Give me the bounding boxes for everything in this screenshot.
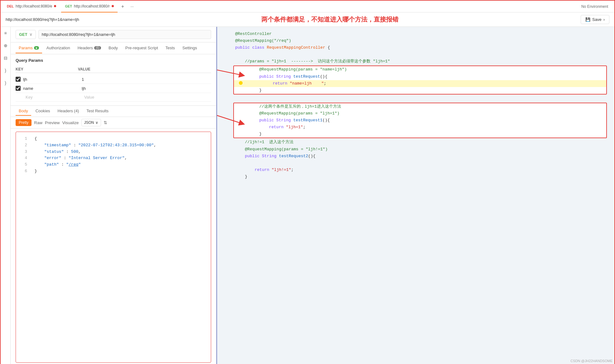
code-content-4 <box>234 51 611 58</box>
visualize-button[interactable]: Visualize <box>62 120 79 125</box>
sidebar-icon-2[interactable]: ⊕ <box>2 42 9 49</box>
tab-headers[interactable]: Headers (6) <box>75 43 104 53</box>
sort-icon[interactable]: ⇅ <box>104 120 107 125</box>
code-content-16: //ljh!=1 进入这个方法 <box>234 139 611 146</box>
body-tab-body-label: Body <box>19 109 28 113</box>
tab-prerequest[interactable]: Pre-request Script <box>122 43 161 53</box>
code-line-11: //这两个条件是互斥的，ljh=1进入这个方法 <box>234 103 606 110</box>
sidebar-icon-3[interactable]: ⊟ <box>2 54 9 62</box>
code-content-13: public String testRequest1(){ <box>248 117 605 124</box>
line-gutter-8 <box>243 80 252 81</box>
request-sub-tabs: Params ● Authorization Headers (6) Body … <box>11 42 216 54</box>
json-key-error: "error" <box>35 156 61 160</box>
param-checkbox-ljh[interactable] <box>16 77 21 82</box>
json-val-path: "/req" <box>66 162 81 167</box>
code-content-3: public class RequestMappingController { <box>234 44 611 51</box>
sidebar-icon-4[interactable]: ) <box>2 67 9 74</box>
raw-button[interactable]: Raw <box>34 120 42 125</box>
code-line-12: @RequestMapping(params = "ljh=1") <box>234 110 606 117</box>
json-line-6: 6 } <box>21 168 206 175</box>
tab-authorization-label: Authorization <box>46 46 70 50</box>
more-tabs-button[interactable]: ··· <box>128 4 136 9</box>
line-gutter-15 <box>239 131 248 131</box>
param-value-name: ljh <box>82 86 211 91</box>
save-label: Save <box>592 17 602 22</box>
line-num-3: 3 <box>21 149 27 155</box>
json-val-status: 500 <box>71 149 78 154</box>
query-params-section: Query Params KEY VALUE ljh 1 name ljh <box>11 54 216 105</box>
tab-settings[interactable]: Settings <box>179 43 200 53</box>
body-tab-test-results[interactable]: Test Results <box>83 107 112 116</box>
body-tabs: Body Cookies Headers (4) Test Results <box>11 106 216 117</box>
param-value-placeholder[interactable]: Value <box>84 95 211 99</box>
param-checkbox-name[interactable] <box>16 86 21 91</box>
json-comma-2: , <box>78 149 81 154</box>
json-key-status: "status" <box>35 149 64 154</box>
del-tab-dot <box>54 5 56 7</box>
line-gutter-13 <box>239 117 248 118</box>
body-tab-test-results-label: Test Results <box>86 109 109 113</box>
method-value: GET <box>19 32 27 37</box>
line-gutter-20 <box>225 167 234 167</box>
request-url-input[interactable] <box>38 30 211 39</box>
save-button[interactable]: 💾 Save › <box>581 15 609 24</box>
tab-tests-label: Tests <box>166 46 175 50</box>
json-line-2: 2 "timestamp" : "2022-07-12T02:43:28.315… <box>21 142 206 149</box>
main-layout: ≡ ⊕ ⊟ ) ) GET ∨ Params ● Authorization H… <box>1 27 614 364</box>
body-tab-body[interactable]: Body <box>16 107 31 116</box>
body-tab-cookies[interactable]: Cookies <box>32 107 53 116</box>
line-gutter-16 <box>225 139 234 139</box>
json-format-select[interactable]: JSON ∨ <box>81 119 101 126</box>
del-tab-url: http://localhost:8080/e <box>16 4 52 8</box>
format-bar: Pretty Raw Preview Visualize JSON ∨ ⇅ <box>11 117 216 129</box>
tab-body[interactable]: Body <box>105 43 121 53</box>
param-value-ljh: 1 <box>82 77 211 82</box>
sidebar-icon-5[interactable]: ) <box>2 79 9 87</box>
line-num-5: 5 <box>21 162 27 168</box>
pretty-button[interactable]: Pretty <box>16 119 31 126</box>
left-panel: GET ∨ Params ● Authorization Headers (6)… <box>11 27 216 364</box>
json-colon-2: : <box>66 149 71 154</box>
preview-button[interactable]: Preview <box>45 120 60 125</box>
right-panel: @RestController @RequestMapping("/req") … <box>216 27 614 364</box>
json-brace-close: } <box>35 169 37 173</box>
line-gutter-12 <box>239 110 248 111</box>
sidebar-icon-1[interactable]: ≡ <box>2 29 9 37</box>
no-environment-label[interactable]: No Environment <box>578 4 612 9</box>
tab-authorization[interactable]: Authorization <box>43 43 73 53</box>
line-gutter-1 <box>225 31 234 31</box>
response-body: 1 { 2 "timestamp" : "2022-07-12T02:43:28… <box>16 132 211 363</box>
tab-params[interactable]: Params ● <box>16 43 42 53</box>
line-gutter-21 <box>225 173 234 174</box>
line-gutter-14 <box>239 124 248 124</box>
json-key-timestamp: "timestamp" <box>35 143 71 148</box>
body-section: Body Cookies Headers (4) Test Results Pr… <box>11 105 216 364</box>
query-params-title: Query Params <box>16 58 211 63</box>
value-header: VALUE <box>78 67 211 71</box>
json-colon-3: : <box>64 156 69 160</box>
code-content-15: } <box>248 131 605 138</box>
code-content-17: @RequestMapping(params = "ljh!=1") <box>234 146 611 153</box>
line-gutter-6 <box>239 66 248 67</box>
code-content-20: return "ljh!=1"; <box>234 167 611 173</box>
code-line-5: //params = "ljh=1 --------> 访问这个方法必须带这个参… <box>220 58 612 65</box>
code-content-1: @RestController <box>234 31 611 37</box>
code-line-20: return "ljh!=1"; <box>220 167 612 173</box>
code-content-12: @RequestMapping(params = "ljh=1") <box>248 110 605 117</box>
add-tab-button[interactable]: + <box>119 4 127 9</box>
json-line-4: 4 "error" : "Internal Server Error", <box>21 155 206 162</box>
json-colon-1: : <box>74 143 79 148</box>
body-tab-headers[interactable]: Headers (4) <box>55 107 82 116</box>
line-gutter-17 <box>225 146 234 147</box>
tab-del[interactable]: DEL http://localhost:8080/e <box>3 1 60 12</box>
method-select[interactable]: GET ∨ <box>16 30 36 39</box>
param-row-ljh: ljh 1 <box>16 75 211 84</box>
code-line-9: } <box>234 87 606 94</box>
param-key-placeholder[interactable]: Key <box>26 95 82 99</box>
get-method-label: GET <box>65 4 72 8</box>
tab-get[interactable]: GET http://localhost:8080/r <box>61 1 117 12</box>
code-line-18: public String testRequest2(){ <box>220 153 612 160</box>
json-line-5: 5 "path" : "/req" <box>21 162 206 168</box>
code-line-16: //ljh!=1 进入这个方法 <box>220 139 612 146</box>
tab-tests[interactable]: Tests <box>162 43 178 53</box>
